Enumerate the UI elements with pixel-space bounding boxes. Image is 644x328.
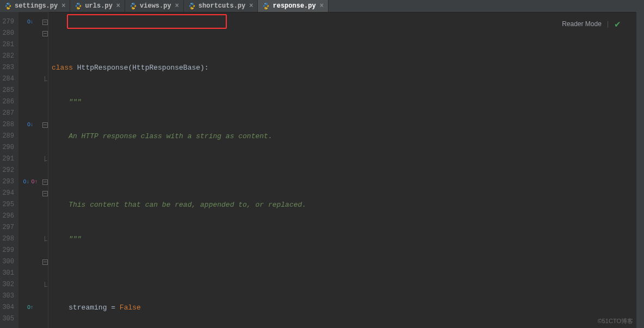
- svg-point-5: [134, 8, 134, 9]
- fold-toggle-icon[interactable]: [42, 20, 48, 25]
- python-file-icon: [262, 2, 270, 10]
- line-number: 285: [0, 85, 18, 96]
- line-number: 298: [0, 233, 18, 245]
- line-number: 281: [0, 39, 18, 51]
- close-icon[interactable]: ×: [174, 2, 180, 10]
- code-line: streaming = False: [48, 302, 636, 313]
- override-down-icon[interactable]: O↓: [27, 19, 34, 25]
- svg-point-0: [7, 3, 8, 4]
- override-up-icon[interactable]: O↑: [27, 305, 34, 311]
- code-line: class HttpResponse(HttpResponseBase):: [48, 62, 636, 73]
- line-number: 300: [0, 256, 18, 268]
- svg-point-6: [190, 3, 191, 4]
- tab-label: response.py: [273, 2, 315, 10]
- highlight-annotation: [67, 14, 227, 29]
- line-number: 280: [0, 28, 18, 39]
- line-number: 297: [0, 222, 18, 233]
- tab-label: views.py: [140, 2, 171, 10]
- line-number: 301: [0, 268, 18, 279]
- fold-toggle-icon[interactable]: [42, 31, 48, 36]
- svg-point-7: [193, 8, 193, 9]
- editor-tab-bar: settings.py × urls.py × views.py × short…: [0, 0, 644, 13]
- line-number: 293: [0, 176, 18, 188]
- fold-end-icon: [43, 157, 47, 162]
- tab-views[interactable]: views.py ×: [125, 0, 184, 12]
- python-file-icon: [188, 2, 196, 10]
- svg-point-3: [79, 8, 80, 9]
- line-number: 279: [0, 16, 18, 28]
- line-number: 304: [0, 302, 18, 313]
- fold-end-icon: [43, 77, 47, 82]
- tab-label: settings.py: [15, 2, 58, 10]
- svg-point-9: [267, 8, 268, 9]
- svg-point-1: [9, 8, 9, 9]
- svg-point-8: [265, 3, 265, 4]
- line-number-gutter: 2792802812822832842852862872882892902912…: [0, 12, 18, 328]
- line-number: 305: [0, 313, 18, 325]
- svg-point-4: [132, 3, 133, 4]
- tab-settings[interactable]: settings.py ×: [0, 0, 70, 12]
- line-number: 299: [0, 245, 18, 256]
- line-number: 286: [0, 96, 18, 108]
- line-number: 288: [0, 119, 18, 131]
- code-editor[interactable]: class HttpResponse(HttpResponseBase): ""…: [48, 12, 636, 328]
- watermark: ©51CTO博客: [598, 315, 633, 327]
- fold-toggle-icon[interactable]: [42, 180, 48, 185]
- tab-label: shortcuts.py: [199, 2, 245, 10]
- line-number: 302: [0, 279, 18, 290]
- close-icon[interactable]: ×: [319, 2, 325, 10]
- line-number: 289: [0, 131, 18, 142]
- marker-gutter: O↓ O↓ O↓O↑ O↑: [18, 12, 42, 328]
- close-icon[interactable]: ×: [60, 2, 66, 10]
- close-icon[interactable]: ×: [115, 2, 121, 10]
- fold-toggle-icon[interactable]: [42, 191, 48, 196]
- tab-response[interactable]: response.py ×: [258, 0, 328, 12]
- line-number: 290: [0, 142, 18, 153]
- fold-toggle-icon[interactable]: [42, 122, 48, 128]
- line-number: 295: [0, 199, 18, 211]
- line-number: 283: [0, 62, 18, 73]
- fold-toggle-icon[interactable]: [42, 259, 48, 265]
- line-number: 282: [0, 51, 18, 62]
- code-line: """: [48, 233, 636, 245]
- override-up-icon[interactable]: O↑: [32, 179, 38, 185]
- line-number: 303: [0, 290, 18, 302]
- line-number: 296: [0, 211, 18, 222]
- line-number: 292: [0, 165, 18, 176]
- scrollbar[interactable]: [636, 12, 644, 328]
- fold-end-icon: [43, 237, 47, 242]
- override-down-icon[interactable]: O↓: [27, 122, 34, 128]
- tab-label: urls.py: [85, 2, 112, 10]
- override-down-icon[interactable]: O↓: [23, 179, 29, 185]
- editor-area: 2792802812822832842852862872882892902912…: [0, 12, 644, 328]
- line-number: 287: [0, 108, 18, 119]
- python-file-icon: [4, 2, 12, 10]
- python-file-icon: [75, 2, 82, 10]
- close-icon[interactable]: ×: [248, 2, 254, 10]
- svg-point-2: [77, 3, 78, 4]
- code-line: This content that can be read, appended …: [48, 199, 636, 211]
- code-line: [48, 165, 636, 176]
- reader-mode-toggle[interactable]: Reader Mode | ✔: [562, 18, 621, 30]
- fold-gutter: [42, 12, 48, 328]
- code-line: An HTTP response class with a string as …: [48, 131, 636, 142]
- tab-shortcuts[interactable]: shortcuts.py ×: [184, 0, 258, 12]
- code-line: [48, 268, 636, 279]
- python-file-icon: [129, 2, 137, 10]
- check-icon: ✔: [614, 18, 621, 30]
- line-number: 284: [0, 73, 18, 85]
- code-line: """: [48, 96, 636, 108]
- tab-urls[interactable]: urls.py ×: [70, 0, 125, 12]
- reader-mode-label: Reader Mode: [562, 18, 602, 30]
- line-number: 294: [0, 188, 18, 199]
- line-number: 291: [0, 153, 18, 165]
- fold-end-icon: [43, 283, 47, 287]
